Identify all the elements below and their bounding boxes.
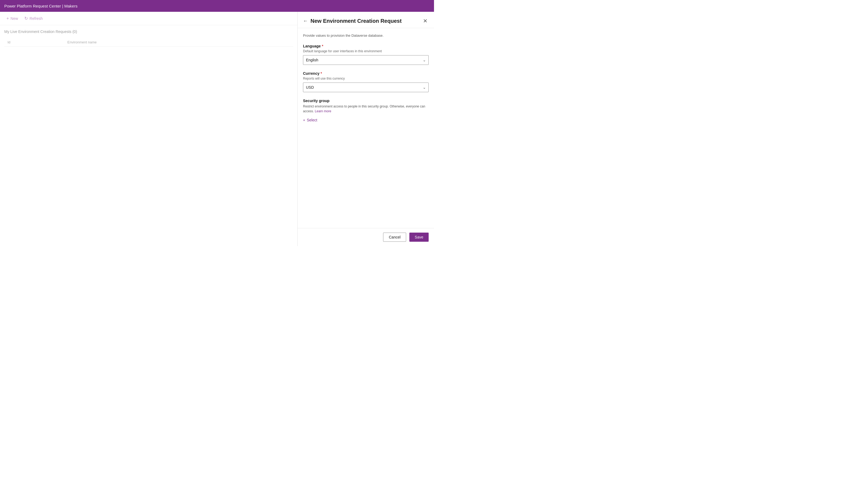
toolbar: + New ↻ Refresh xyxy=(0,12,297,25)
currency-description: Reports will use this currency xyxy=(303,77,429,80)
refresh-icon: ↻ xyxy=(24,16,28,21)
select-label: Select xyxy=(307,118,317,122)
currency-label: Currency * xyxy=(303,71,429,76)
language-select[interactable]: English French German Spanish Japanese C… xyxy=(303,55,429,65)
table-header: Id Environment name xyxy=(4,38,293,47)
plus-icon: + xyxy=(6,16,9,21)
currency-required-star: * xyxy=(321,71,322,76)
drawer-body: Provide values to provision the Datavers… xyxy=(298,28,434,228)
new-button[interactable]: + New xyxy=(4,15,20,22)
right-panel: ← New Environment Creation Request ✕ Pro… xyxy=(297,12,434,246)
close-icon: ✕ xyxy=(423,18,428,24)
currency-select[interactable]: USD EUR GBP JPY CNY CAD xyxy=(303,82,429,92)
refresh-button[interactable]: ↻ Refresh xyxy=(22,15,45,22)
left-panel: + New ↻ Refresh My Live Environment Crea… xyxy=(0,12,297,246)
learn-more-link[interactable]: Learn more xyxy=(315,109,331,113)
main-layout: + New ↻ Refresh My Live Environment Crea… xyxy=(0,12,434,246)
back-button[interactable]: ← xyxy=(303,18,308,24)
language-description: Default language for user interfaces in … xyxy=(303,49,429,53)
back-arrow-icon: ← xyxy=(303,18,308,24)
refresh-button-label: Refresh xyxy=(29,16,43,21)
language-field: Language * Default language for user int… xyxy=(303,44,429,65)
drawer-title: New Environment Creation Request xyxy=(310,18,402,24)
currency-select-wrapper: USD EUR GBP JPY CNY CAD ⌄ xyxy=(303,82,429,92)
language-required-star: * xyxy=(322,44,323,48)
drawer-header-left: ← New Environment Creation Request xyxy=(303,18,402,24)
language-label: Language * xyxy=(303,44,429,48)
data-table: Id Environment name xyxy=(4,38,293,47)
currency-field: Currency * Reports will use this currenc… xyxy=(303,71,429,92)
section-title: My Live Environment Creation Requests (0… xyxy=(4,29,293,34)
drawer-footer: Cancel Save xyxy=(298,228,434,246)
column-environment-name: Environment name xyxy=(64,38,293,47)
security-group-description: Restrict environment access to people in… xyxy=(303,104,429,114)
save-button[interactable]: Save xyxy=(409,232,429,242)
table-header-row: Id Environment name xyxy=(4,38,293,47)
language-select-wrapper: English French German Spanish Japanese C… xyxy=(303,55,429,65)
drawer-subtitle: Provide values to provision the Datavers… xyxy=(303,33,429,38)
new-button-label: New xyxy=(10,16,18,21)
plus-select-icon: + xyxy=(303,118,305,122)
close-button[interactable]: ✕ xyxy=(422,17,429,25)
cancel-button[interactable]: Cancel xyxy=(383,232,406,242)
column-id: Id xyxy=(4,38,64,47)
app-title: Power Platform Request Center | Makers xyxy=(4,4,77,8)
app-header: Power Platform Request Center | Makers xyxy=(0,0,434,12)
security-group-label: Security group xyxy=(303,99,429,103)
drawer-header: ← New Environment Creation Request ✕ xyxy=(298,12,434,28)
security-group-select-button[interactable]: + Select xyxy=(303,117,317,123)
security-group-field: Security group Restrict environment acce… xyxy=(303,99,429,123)
content-area: My Live Environment Creation Requests (0… xyxy=(0,25,297,246)
